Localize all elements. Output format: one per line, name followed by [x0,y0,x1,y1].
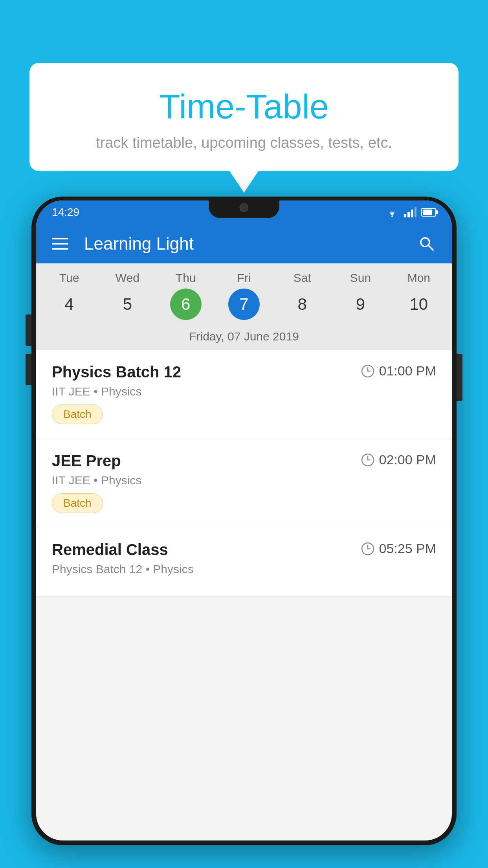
camera [240,203,248,212]
day-cell-8[interactable]: Sat8 [277,271,328,320]
schedule-item-sub: Physics Batch 12 • Physics [52,563,436,576]
day-number: 6 [170,289,202,320]
svg-rect-4 [415,207,416,217]
day-number: 5 [112,289,143,320]
day-label: Tue [59,271,79,285]
hamburger-menu[interactable] [52,238,68,250]
schedule-item-name: Physics Batch 12 [52,363,181,381]
time-text: 02:00 PM [379,452,436,467]
speech-bubble-container: Time-Table track timetable, upcoming cla… [29,63,459,171]
schedule-item-header: Physics Batch 1201:00 PM [52,363,436,381]
side-buttons-left [26,314,31,385]
schedule-list: Physics Batch 1201:00 PMIIT JEE • Physic… [36,349,452,596]
speech-bubble: Time-Table track timetable, upcoming cla… [29,63,459,171]
wifi-icon [385,207,399,218]
day-cell-5[interactable]: Wed5 [102,271,153,320]
days-row: Tue4Wed5Thu6Fri7Sat8Sun9Mon10 [36,271,452,320]
svg-rect-1 [404,214,406,217]
day-number: 7 [228,289,260,320]
day-cell-7[interactable]: Fri7 [218,271,270,320]
svg-line-6 [428,245,433,250]
app-title: Learning Light [84,234,417,254]
schedule-item-2[interactable]: Remedial Class05:25 PMPhysics Batch 12 •… [36,527,452,596]
batch-tag: Batch [52,493,103,513]
schedule-item-time: 02:00 PM [361,452,436,467]
schedule-item-time: 01:00 PM [361,363,436,379]
day-cell-10[interactable]: Mon10 [393,271,444,320]
speech-bubble-title: Time-Table [53,86,435,127]
screen: 14:29 [36,200,452,840]
phone-frame: 14:29 [31,197,457,845]
day-label: Sun [350,271,371,285]
battery-icon [421,208,436,217]
day-number: 9 [345,289,376,320]
power-button[interactable] [457,354,462,401]
volume-up-button[interactable] [26,314,31,346]
batch-tag: Batch [52,405,103,424]
schedule-item-name: Remedial Class [52,541,168,559]
day-cell-4[interactable]: Tue4 [44,271,95,320]
day-label: Mon [407,271,430,285]
schedule-item-sub: IIT JEE • Physics [52,474,436,487]
schedule-item-time: 05:25 PM [361,541,436,556]
day-number: 4 [53,289,85,320]
status-time: 14:29 [52,206,79,219]
svg-rect-3 [411,210,413,217]
time-text: 01:00 PM [379,363,436,379]
app-bar: Learning Light [36,224,452,263]
search-button[interactable] [417,234,436,253]
svg-point-0 [391,215,393,217]
day-label: Thu [176,271,196,285]
status-icons [385,207,436,218]
day-label: Sat [294,271,311,285]
clock-icon [361,364,375,378]
search-icon [418,235,435,252]
schedule-item-1[interactable]: JEE Prep02:00 PMIIT JEE • PhysicsBatch [36,438,452,527]
schedule-item-header: JEE Prep02:00 PM [52,452,436,470]
day-cell-9[interactable]: Sun9 [335,271,386,320]
speech-bubble-subtitle: track timetable, upcoming classes, tests… [53,134,435,151]
clock-icon [361,453,375,467]
day-label: Wed [116,271,139,285]
notch [209,197,279,218]
schedule-item-sub: IIT JEE • Physics [52,385,436,398]
calendar-strip: Tue4Wed5Thu6Fri7Sat8Sun9Mon10 Friday, 07… [36,263,452,349]
time-text: 05:25 PM [379,541,436,556]
signal-icon [404,207,416,217]
day-number: 10 [403,289,435,320]
schedule-item-name: JEE Prep [52,452,121,470]
selected-date-label: Friday, 07 June 2019 [36,324,452,349]
phone-container: 14:29 [31,197,457,868]
svg-rect-2 [407,212,410,217]
schedule-item-header: Remedial Class05:25 PM [52,541,436,559]
clock-icon [361,542,375,556]
side-buttons-right [457,354,462,401]
day-label: Fri [237,271,251,285]
day-cell-6[interactable]: Thu6 [160,271,211,320]
schedule-item-0[interactable]: Physics Batch 1201:00 PMIIT JEE • Physic… [36,349,452,438]
day-number: 8 [286,289,318,320]
volume-down-button[interactable] [26,354,31,385]
